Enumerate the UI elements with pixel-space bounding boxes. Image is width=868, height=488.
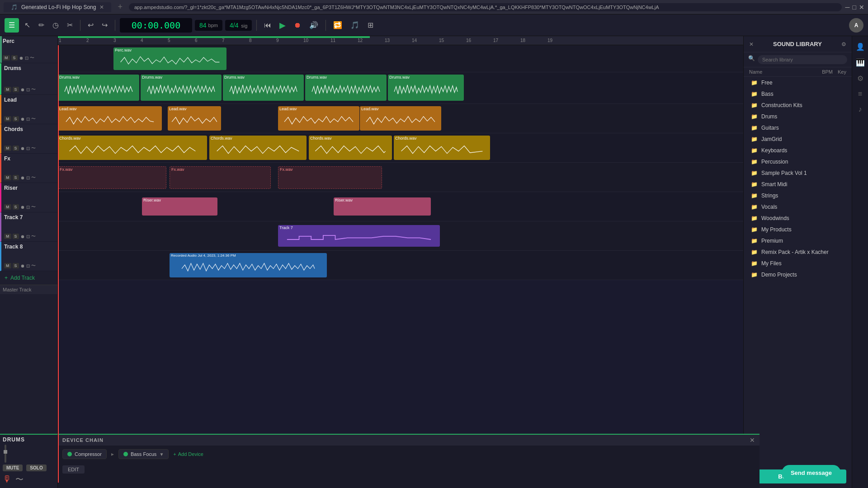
track-content-fx[interactable]: Fx.wav Fx.wav Fx.wav	[58, 163, 743, 192]
library-item-sample-pack[interactable]: 📁 Sample Pack Vol 1	[745, 168, 850, 178]
clip-lead-1[interactable]: Lead.wav	[58, 106, 162, 131]
rec-drums[interactable]: ⏺	[20, 87, 25, 92]
vol-knob-drums[interactable]	[4, 450, 7, 454]
right-icon-5[interactable]: ♪	[857, 103, 864, 115]
mute-button[interactable]: MUTE	[3, 465, 23, 471]
wave-fx[interactable]: 〜	[31, 174, 36, 181]
wave-riser[interactable]: 〜	[31, 204, 36, 210]
library-item-construction-kits[interactable]: 📁 Construction Kits	[745, 100, 850, 111]
device-bass-focus[interactable]: Bass Focus ▼	[118, 449, 169, 459]
device-power-bass-focus[interactable]	[123, 452, 128, 456]
fx-perc[interactable]: ⊡	[25, 56, 28, 61]
wave-chords[interactable]: 〜	[31, 145, 36, 151]
rec-track8[interactable]: ⏺	[20, 263, 25, 268]
send-message-button[interactable]: Send message	[782, 465, 841, 481]
library-item-premium[interactable]: 📁 Premium	[745, 235, 850, 246]
new-tab-icon[interactable]: +	[115, 2, 125, 12]
redo-button[interactable]: ↪	[99, 19, 110, 31]
clip-drums-4[interactable]: Drums.wav	[305, 75, 387, 101]
clip-chords-2[interactable]: Chords.wav	[209, 136, 307, 160]
track-content-track7[interactable]: Track 7	[58, 221, 743, 250]
library-item-vocals[interactable]: 📁 Vocals	[745, 202, 850, 212]
device-edit-button[interactable]: EDIT	[62, 465, 85, 474]
bottom-wave-icon[interactable]: 〜	[15, 474, 24, 485]
maximize-icon[interactable]: □	[853, 4, 856, 11]
rec-track7[interactable]: ⏺	[20, 234, 25, 239]
right-icon-1[interactable]: 👤	[854, 41, 867, 53]
tab-close-icon[interactable]: ✕	[99, 4, 104, 10]
solo-lead[interactable]: S	[13, 116, 19, 122]
solo-fx[interactable]: S	[13, 175, 19, 180]
mute-drums[interactable]: M	[4, 87, 11, 92]
clip-fx-1[interactable]: Fx.wav	[58, 166, 166, 189]
track-content-drums[interactable]: Drums.wav Drums.wav Drums.wav	[58, 72, 743, 103]
record-arm-button[interactable]: 🎙	[3, 474, 12, 485]
wave-drums[interactable]: 〜	[31, 86, 36, 93]
pencil-tool-button[interactable]: ✏	[36, 19, 47, 31]
fx-drums[interactable]: ⊡	[26, 87, 30, 92]
menu-button[interactable]: ☰	[5, 18, 19, 33]
fx-riser[interactable]: ⊡	[26, 205, 30, 210]
active-tab[interactable]: 🎵 Generated Lo-Fi Hip Hop Song ✕	[4, 2, 111, 12]
library-item-strings[interactable]: 📁 Strings	[745, 190, 850, 201]
solo-chords[interactable]: S	[13, 145, 19, 151]
close-icon[interactable]: ✕	[859, 4, 864, 11]
clip-drums-3[interactable]: Drums.wav	[223, 75, 304, 101]
search-input[interactable]	[758, 55, 847, 64]
library-item-demo-projects[interactable]: 📁 Demo Projects	[745, 269, 850, 280]
library-item-keyboards[interactable]: 📁 Keyboards	[745, 145, 850, 156]
library-item-drums[interactable]: 📁 Drums	[745, 111, 850, 122]
mute-lead[interactable]: M	[4, 116, 11, 122]
clip-chords-3[interactable]: Chords.wav	[309, 136, 392, 160]
close-device-chain-icon[interactable]: ✕	[750, 436, 755, 444]
track-content-riser[interactable]: Riser.wav Riser.wav	[58, 192, 743, 221]
grid-button[interactable]: ⊞	[365, 19, 376, 31]
skip-start-button[interactable]: ⏮	[261, 19, 274, 31]
metronome-button[interactable]: 🎵	[348, 19, 362, 31]
fx-lead[interactable]: ⊡	[26, 117, 30, 122]
select-tool-button[interactable]: ↖	[22, 19, 33, 31]
library-item-my-files[interactable]: 📁 My Files	[745, 258, 850, 269]
track-content-perc[interactable]: Perc.wav	[58, 45, 743, 72]
library-item-remix-pack[interactable]: 📁 Remix Pack - Artik x Kacher	[745, 247, 850, 258]
cut-tool-button[interactable]: ✂	[64, 19, 75, 31]
wave-perc[interactable]: 〜	[30, 55, 34, 61]
solo-track8[interactable]: S	[13, 263, 19, 268]
right-icon-3[interactable]: ⚙	[855, 72, 865, 84]
track-content-lead[interactable]: Lead.wav Lead.wav Lead.wav	[58, 104, 743, 133]
clip-track8-1[interactable]: Recorded Audio Jul 4, 2023, 1:24:36 PM	[170, 253, 327, 277]
minimize-icon[interactable]: ─	[845, 4, 850, 11]
device-power-compressor[interactable]	[67, 452, 72, 456]
mute-track8[interactable]: M	[4, 263, 11, 268]
bass-focus-dropdown-icon[interactable]: ▼	[159, 452, 164, 457]
library-item-guitars[interactable]: 📁 Guitars	[745, 122, 850, 133]
clip-drums-2[interactable]: Drums.wav	[141, 75, 222, 101]
right-icon-4[interactable]: ≡	[856, 88, 864, 100]
solo-perc[interactable]: S	[11, 55, 18, 61]
add-track-row[interactable]: + Add Track	[0, 271, 57, 285]
solo-track7[interactable]: S	[13, 234, 19, 239]
device-compressor[interactable]: Compressor	[62, 449, 107, 459]
rec-lead[interactable]: ⏺	[20, 117, 25, 122]
clip-fx-2[interactable]: Fx.wav	[170, 166, 271, 189]
clip-riser-1[interactable]: Riser.wav	[142, 197, 217, 216]
address-bar[interactable]: app.ampedstudio.com/?_gl=1*zkt20c_ga*MTA…	[129, 3, 842, 11]
mute-fx[interactable]: M	[4, 175, 11, 180]
rec-riser[interactable]: ⏺	[20, 205, 25, 210]
solo-button[interactable]: SOLO	[26, 465, 46, 471]
solo-drums[interactable]: S	[13, 87, 19, 92]
library-item-free[interactable]: 📁 Free	[745, 77, 850, 88]
clip-drums-1[interactable]: Drums.wav	[58, 75, 139, 101]
record-button[interactable]: ⏺	[291, 19, 304, 31]
mute-track7[interactable]: M	[4, 234, 11, 239]
fx-track7[interactable]: ⊡	[26, 234, 30, 239]
clip-fx-3[interactable]: Fx.wav	[278, 166, 382, 189]
right-icon-2[interactable]: 🎹	[854, 56, 867, 69]
tracks-container[interactable]: Perc.wav Drums.wav	[58, 45, 743, 483]
clip-lead-3[interactable]: Lead.wav	[278, 106, 359, 131]
add-device-button[interactable]: + Add Device	[173, 451, 203, 457]
bpm-display[interactable]: 84 bpm	[195, 20, 222, 31]
mute-chords[interactable]: M	[4, 145, 11, 151]
fx-fx[interactable]: ⊡	[26, 175, 30, 180]
clip-lead-4[interactable]: Lead.wav	[360, 106, 441, 131]
